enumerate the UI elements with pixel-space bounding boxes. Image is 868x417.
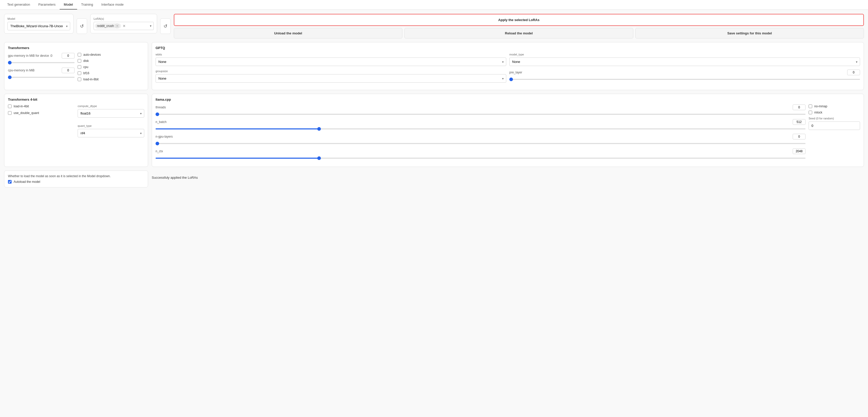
autoload-description: Whether to load the model as soon as it … [8, 174, 144, 178]
mlock-checkbox-item[interactable]: mlock [809, 111, 860, 114]
groupsize-group: groupsize None ▼ [156, 70, 506, 83]
pre-layer-slider[interactable] [509, 79, 860, 80]
compute-dtype-select[interactable]: float16 [78, 109, 144, 117]
main-content: Model TheBloke_Wizard-Vicuna-7B-Uncensor… [0, 10, 868, 192]
auto-devices-checkbox-item[interactable]: auto-devices [78, 53, 144, 57]
n-gpu-layers-slider[interactable] [156, 143, 806, 144]
tab-training[interactable]: Training [77, 0, 97, 9]
threads-slider[interactable] [156, 114, 806, 115]
cpu-checkbox-item[interactable]: cpu [78, 65, 144, 69]
disk-checkbox-item[interactable]: disk [78, 59, 144, 63]
n-gpu-layers-input[interactable] [793, 134, 806, 139]
n-batch-label: n_batch [156, 120, 166, 124]
cpu-label: cpu [83, 65, 88, 69]
gpu-memory-group: gpu-memory in MiB for device :0 [8, 53, 74, 64]
compute-dtype-group: compute_dtype float16 ▼ [78, 105, 144, 117]
model-type-select[interactable]: None [509, 58, 860, 66]
model-type-label: model_type [509, 53, 860, 56]
n-gpu-layers-label: n-gpu-layers [156, 135, 173, 138]
bottom-row: Whether to load the model as soon as it … [4, 171, 864, 187]
gptq-title: GPTQ [156, 46, 860, 50]
seed-input[interactable] [809, 121, 860, 130]
lora-refresh-button[interactable]: ↺ [160, 19, 171, 34]
load-in-8bit-label: load-in-8bit [83, 77, 98, 81]
lora-dropdown-button[interactable]: ▾ [149, 23, 152, 29]
auto-devices-checkbox[interactable] [78, 53, 81, 57]
refresh-icon: ↺ [80, 23, 84, 29]
lora-clear-all-button[interactable]: ✕ [123, 24, 126, 28]
n-batch-slider[interactable] [156, 128, 806, 130]
load-in-8bit-checkbox[interactable] [78, 77, 81, 81]
quant-type-label: quant_type [78, 124, 144, 127]
transformers-inner: gpu-memory in MiB for device :0 cpu-memo… [8, 53, 144, 82]
middle-sections-row: Transformers gpu-memory in MiB for devic… [4, 42, 864, 90]
cpu-checkbox[interactable] [78, 65, 81, 69]
groupsize-select[interactable]: None [156, 74, 506, 83]
load-in-4bit-checkbox[interactable] [8, 105, 11, 108]
tab-model[interactable]: Model [60, 0, 77, 9]
wbits-group: wbits None ▼ [156, 53, 506, 66]
cpu-memory-label: cpu-memory in MiB [8, 69, 34, 72]
transformers-section: Transformers gpu-memory in MiB for devic… [4, 42, 148, 90]
mlock-label: mlock [814, 111, 822, 114]
mlock-checkbox[interactable] [809, 111, 812, 114]
quant-type-select[interactable]: nf4 [78, 129, 144, 137]
use-double-quant-checkbox[interactable] [8, 111, 11, 115]
wbits-select[interactable]: None [156, 58, 506, 66]
pre-layer-input[interactable] [847, 70, 860, 75]
t4bit-right: compute_dtype float16 ▼ quant_type n [78, 105, 144, 141]
autoload-checkbox[interactable] [8, 180, 11, 183]
lora-tags-container: reddit_crush ✕ ✕ ▾ [94, 22, 154, 30]
gptq-section: GPTQ wbits None ▼ groupsize [152, 42, 864, 90]
tab-parameters[interactable]: Parameters [34, 0, 60, 9]
apply-loras-button[interactable]: Apply the selected LoRAs [174, 14, 864, 26]
cpu-memory-group: cpu-memory in MiB [8, 68, 74, 78]
lower-sections-row: Transformers 4-bit load-in-4bit use_doub… [4, 94, 864, 167]
load-in-4bit-checkbox-item[interactable]: load-in-4bit [8, 105, 74, 108]
cpu-memory-slider[interactable] [8, 77, 74, 78]
reload-model-button[interactable]: Reload the model [404, 28, 633, 38]
tab-text-generation[interactable]: Text generation [3, 0, 34, 9]
gpu-memory-label: gpu-memory in MiB for device :0 [8, 54, 53, 58]
load-in-8bit-checkbox-item[interactable]: load-in-8bit [78, 77, 144, 81]
n-batch-group: n_batch [156, 119, 806, 130]
wbits-label: wbits [156, 53, 506, 56]
n-batch-input[interactable] [793, 119, 806, 125]
threads-input[interactable] [793, 105, 806, 110]
llamacpp-title: llama.cpp [156, 98, 860, 101]
lora-tag-remove-button[interactable]: ✕ [115, 24, 119, 28]
transformers-sliders: gpu-memory in MiB for device :0 cpu-memo… [8, 53, 74, 82]
use-double-quant-checkbox-item[interactable]: use_double_quant [8, 111, 74, 115]
gpu-memory-slider[interactable] [8, 62, 74, 63]
tab-bar: Text generation Parameters Model Trainin… [0, 0, 868, 10]
success-status-text: Successfuly applied the LoRAs [152, 174, 864, 181]
no-mmap-checkbox[interactable] [809, 105, 812, 108]
model-refresh-button[interactable]: ↺ [76, 19, 87, 34]
bf16-checkbox[interactable] [78, 71, 81, 75]
model-select[interactable]: TheBloke_Wizard-Vicuna-7B-Uncensore [7, 22, 70, 30]
llamacpp-right-panel: no-mmap mlock Seed (0 for random) [809, 105, 860, 163]
transformers4bit-inner: load-in-4bit use_double_quant compute_dt… [8, 105, 144, 141]
bf16-label: bf16 [83, 71, 89, 75]
n-ctx-slider[interactable] [156, 158, 806, 159]
llamacpp-options: no-mmap mlock Seed (0 for random) [809, 105, 860, 134]
no-mmap-checkbox-item[interactable]: no-mmap [809, 105, 860, 108]
transformers-title: Transformers [8, 46, 144, 50]
n-ctx-input[interactable] [793, 148, 806, 154]
autoload-checkbox-item[interactable]: Autoload the model [8, 180, 144, 183]
model-section: Model TheBloke_Wizard-Vicuna-7B-Uncensor… [4, 14, 73, 34]
seed-label: Seed (0 for random) [809, 117, 860, 120]
tab-interface-mode[interactable]: Interface mode [97, 0, 128, 9]
cpu-memory-input[interactable] [62, 68, 74, 73]
unload-model-button[interactable]: Unload the model [174, 28, 402, 38]
gpu-memory-input[interactable] [62, 53, 74, 59]
threads-group: threads [156, 105, 806, 115]
lora-label: LoRA(s) [94, 17, 154, 20]
save-settings-button[interactable]: Save settings for this model [635, 28, 864, 38]
n-gpu-layers-group: n-gpu-layers [156, 134, 806, 145]
status-area: Successfuly applied the LoRAs [152, 171, 864, 187]
pre-layer-group: pre_layer [509, 70, 860, 81]
bf16-checkbox-item[interactable]: bf16 [78, 71, 144, 75]
disk-checkbox[interactable] [78, 59, 81, 63]
model-label: Model [7, 17, 70, 20]
